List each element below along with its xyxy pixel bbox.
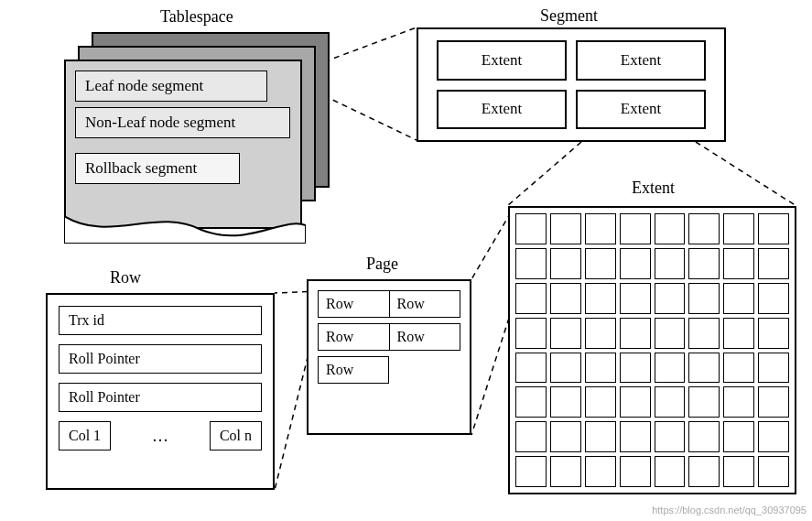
extent-page-cell — [585, 213, 616, 244]
extent-page-cell — [515, 353, 547, 384]
extent-page-cell — [550, 318, 581, 349]
segment-title: Segment — [540, 6, 598, 26]
extent-page-cell — [585, 456, 616, 487]
extent-page-cell — [515, 421, 547, 452]
tablespace-segment-leaf: Leaf node segment — [75, 71, 267, 102]
row-col-first: Col 1 — [59, 421, 111, 450]
extent-page-cell — [758, 283, 789, 314]
page-row-cell: Row — [390, 291, 460, 317]
extent-title: Extent — [632, 179, 675, 198]
page-box: Row Row Row Row Row — [307, 279, 471, 435]
extent-grid — [508, 206, 796, 494]
extent-page-cell — [550, 456, 581, 487]
extent-page-cell — [550, 213, 581, 244]
extent-page-cell — [758, 318, 789, 349]
extent-page-cell — [655, 386, 686, 418]
segment-box: Extent Extent Extent Extent — [417, 27, 726, 142]
segment-extent-cell: Extent — [437, 40, 567, 81]
extent-page-cell — [550, 353, 581, 384]
extent-page-cell — [723, 283, 754, 314]
tablespace-title: Tablespace — [160, 7, 233, 27]
extent-page-cell — [620, 456, 651, 487]
extent-page-cell — [723, 213, 754, 244]
extent-page-cell — [655, 456, 686, 487]
svg-line-4 — [471, 212, 511, 279]
page-row-cell: Row — [319, 324, 390, 350]
extent-page-cell — [585, 421, 616, 452]
extent-page-cell — [688, 421, 720, 452]
extent-page-cell — [758, 353, 789, 384]
segment-extent-cell: Extent — [437, 90, 567, 130]
extent-page-cell — [620, 283, 651, 314]
extent-page-cell — [515, 283, 547, 314]
extent-page-cell — [585, 386, 616, 418]
page-row-cell: Row — [390, 324, 460, 350]
segment-extent-cell: Extent — [576, 40, 706, 81]
extent-page-cell — [758, 421, 789, 452]
tablespace-segment-nonleaf: Non-Leaf node segment — [75, 107, 290, 138]
tablespace-front: Leaf node segment Non-Leaf node segment … — [64, 60, 302, 229]
svg-line-2 — [507, 142, 581, 206]
page-row-pair: Row Row — [318, 323, 460, 351]
extent-page-cell — [655, 213, 686, 244]
extent-page-cell — [550, 283, 581, 314]
row-col-last: Col n — [210, 421, 262, 450]
extent-page-cell — [620, 353, 651, 384]
row-field-trxid: Trx id — [59, 306, 262, 335]
extent-page-cell — [585, 283, 616, 314]
row-box: Trx id Roll Pointer Roll Pointer Col 1 …… — [46, 293, 275, 490]
extent-page-cell — [620, 386, 651, 418]
extent-page-cell — [723, 318, 754, 349]
extent-page-cell — [655, 283, 686, 314]
extent-page-cell — [758, 456, 789, 487]
extent-page-cell — [688, 456, 720, 487]
extent-page-cell — [550, 421, 581, 452]
extent-page-cell — [758, 213, 789, 244]
extent-page-cell — [620, 248, 651, 279]
row-title: Row — [110, 268, 141, 288]
extent-page-cell — [655, 318, 686, 349]
extent-page-cell — [515, 456, 547, 487]
extent-page-cell — [723, 353, 754, 384]
extent-page-cell — [585, 248, 616, 279]
extent-page-cell — [723, 248, 754, 279]
extent-page-cell — [688, 213, 720, 244]
tablespace-stack: Leaf node segment Non-Leaf node segment … — [64, 32, 330, 215]
extent-page-cell — [723, 456, 754, 487]
page-row-cell: Row — [318, 356, 389, 384]
extent-page-cell — [585, 318, 616, 349]
row-field-rollptr: Roll Pointer — [59, 344, 262, 374]
extent-page-cell — [550, 386, 581, 418]
extent-page-cell — [723, 386, 754, 418]
extent-page-cell — [655, 248, 686, 279]
segment-extent-cell: Extent — [576, 90, 706, 130]
extent-page-cell — [688, 353, 720, 384]
extent-page-cell — [688, 386, 720, 418]
extent-page-cell — [515, 386, 547, 418]
extent-page-cell — [515, 213, 547, 244]
extent-page-cell — [515, 318, 547, 349]
extent-page-cell — [585, 353, 616, 384]
extent-page-cell — [688, 248, 720, 279]
extent-page-cell — [515, 248, 547, 279]
watermark: https://blog.csdn.net/qq_30937095 — [652, 505, 807, 516]
extent-page-cell — [758, 386, 789, 418]
extent-page-cell — [688, 283, 720, 314]
extent-page-cell — [620, 318, 651, 349]
extent-page-cell — [620, 421, 651, 452]
page-row-pair: Row Row — [318, 290, 460, 318]
extent-page-cell — [655, 353, 686, 384]
extent-page-cell — [550, 248, 581, 279]
row-cols: Col 1 … Col n — [59, 421, 262, 450]
svg-line-3 — [696, 142, 796, 206]
extent-page-cell — [620, 213, 651, 244]
tablespace-segment-rollback: Rollback segment — [75, 153, 240, 184]
extent-page-cell — [655, 421, 686, 452]
tablespace-torn-edge — [64, 216, 306, 244]
row-field-rollptr: Roll Pointer — [59, 383, 262, 412]
row-col-dots: … — [116, 427, 204, 446]
extent-page-cell — [688, 318, 720, 349]
extent-page-cell — [758, 248, 789, 279]
page-row-cell: Row — [319, 291, 390, 317]
page-title: Page — [366, 255, 398, 274]
